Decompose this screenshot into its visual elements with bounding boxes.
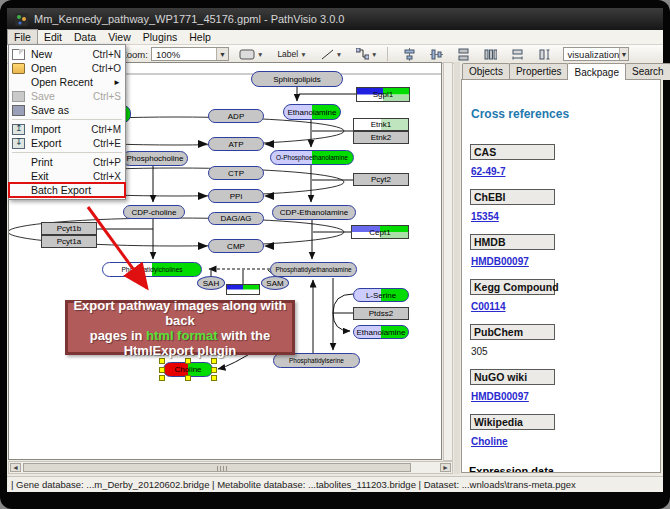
pathway-node-l-serine[interactable]: L-Serine xyxy=(353,288,409,302)
canvas-horizontal-scrollbar[interactable]: ◄ ► xyxy=(8,461,453,474)
chevron-down-icon[interactable]: ▼ xyxy=(216,48,228,60)
zoom-combobox[interactable]: 100% ▼ xyxy=(151,47,229,61)
menu-icon-spacer xyxy=(12,157,25,168)
pathway-node-cdp-choline[interactable]: CDP-choline xyxy=(123,205,185,219)
selection-handle[interactable] xyxy=(159,358,165,364)
visualization-value: visualization xyxy=(568,49,620,60)
pathway-node-pemt[interactable] xyxy=(226,284,260,295)
pathway-node-phosphatidylcholines[interactable]: Phosphatidylcholines xyxy=(102,262,202,277)
menu-edit[interactable]: Edit xyxy=(38,30,68,44)
pathway-node-phosphocholine[interactable]: Phosphocholine xyxy=(122,151,188,166)
save-icon xyxy=(12,105,25,116)
pathway-node-sgpl1[interactable]: Sgpl1 xyxy=(356,87,410,102)
pathway-node-phosphatidylethanolamine[interactable]: Phosphatidylethanolamine xyxy=(270,262,357,277)
menu-item-label: Print xyxy=(31,156,93,168)
tab-objects[interactable]: Objects xyxy=(462,63,510,80)
file-menu-item-save[interactable]: SaveCtrl+S xyxy=(9,89,125,103)
file-menu-item-new[interactable]: NewCtrl+N xyxy=(9,47,125,61)
menu-item-label: Batch Export xyxy=(31,184,121,196)
connector-tool-button[interactable]: ▼ xyxy=(352,47,381,62)
pathway-node-atp[interactable]: ATP xyxy=(208,137,264,151)
pathway-node-phosphatidylserine[interactable]: Phosphatidylserine xyxy=(273,353,360,368)
pathway-node-ethanolamine-top[interactable]: Ethanolamine xyxy=(283,104,341,120)
file-menu-item-exit[interactable]: ExitCtrl+X xyxy=(9,169,125,183)
align-center-x-button[interactable] xyxy=(399,47,420,62)
menu-item-shortcut: Ctrl+X xyxy=(93,171,121,182)
selection-handle[interactable] xyxy=(185,375,191,381)
xref-value-chebi: 15354 xyxy=(471,211,499,222)
xref-link-cas[interactable]: 62-49-7 xyxy=(471,166,505,177)
screenshot-frame: Mm_Kennedy_pathway_WP1771_45176.gpml - P… xyxy=(0,0,670,509)
xref-link-chebi[interactable]: 15354 xyxy=(471,211,499,222)
file-menu-item-import[interactable]: ImportCtrl+M xyxy=(9,122,125,136)
pathway-node-pcyt1a[interactable]: Pcyt1a xyxy=(41,235,97,248)
xref-link-kegg-compound[interactable]: C00114 xyxy=(471,301,505,312)
file-menu-item-open-recent[interactable]: Open Recent► xyxy=(9,75,125,89)
pathway-node-sphingolipids[interactable]: Sphingolipids xyxy=(251,71,343,87)
scrollbar-thumb[interactable] xyxy=(23,463,411,472)
common-width-button[interactable] xyxy=(507,47,528,62)
scroll-right-icon[interactable]: ► xyxy=(440,463,451,472)
visualization-combobox[interactable]: visualization ▼ xyxy=(563,47,629,61)
stack-horizontal-button[interactable] xyxy=(480,47,501,62)
tab-properties[interactable]: Properties xyxy=(509,63,569,80)
menu-item-label: Open xyxy=(31,62,92,74)
pathway-node-cdp-ethanolamine[interactable]: CDP-Ethanolamine xyxy=(272,205,356,220)
file-menu-item-save-as[interactable]: Save as xyxy=(9,103,125,117)
save-icon xyxy=(12,91,25,102)
chevron-down-icon[interactable]: ▼ xyxy=(619,48,627,60)
title-bar: Mm_Kennedy_pathway_WP1771_45176.gpml - P… xyxy=(7,8,663,30)
pathway-node-sah[interactable]: SAH xyxy=(197,276,225,290)
xref-header-pubchem: PubChem xyxy=(470,324,555,340)
label-tool-button[interactable]: Label ▼ xyxy=(273,47,310,62)
pathway-node-pcyt2[interactable]: Pcyt2 xyxy=(353,173,409,186)
line-icon xyxy=(321,49,334,60)
common-width-icon xyxy=(511,48,524,61)
pathway-node-ptdss2[interactable]: Ptdss2 xyxy=(353,307,409,320)
menu-file[interactable]: File xyxy=(7,29,38,45)
canvas-vertical-scrollbar[interactable] xyxy=(443,62,453,461)
pathway-node-dag-ag[interactable]: DAG/AG xyxy=(208,212,264,225)
pathway-node-pcyt1b[interactable]: Pcyt1b xyxy=(41,222,97,235)
menu-help[interactable]: Help xyxy=(183,30,217,44)
selection-handle[interactable] xyxy=(185,358,191,364)
pathway-node-cept1[interactable]: Cept1 xyxy=(351,225,409,239)
selection-handle[interactable] xyxy=(211,375,217,381)
menu-plugins[interactable]: Plugins xyxy=(137,30,183,44)
pathway-node-etnk1[interactable]: Etnk1 xyxy=(353,118,409,131)
selection-handle[interactable] xyxy=(211,367,217,373)
line-tool-button[interactable]: ▼ xyxy=(317,47,346,62)
tab-search[interactable]: Search xyxy=(625,63,670,80)
pathway-node-ctp[interactable]: CTP xyxy=(208,166,264,180)
menu-data[interactable]: Data xyxy=(68,30,102,44)
selection-handle[interactable] xyxy=(211,358,217,364)
menu-item-shortcut: Ctrl+N xyxy=(92,49,121,60)
selection-handle[interactable] xyxy=(159,375,165,381)
pathway-node-cmp[interactable]: CMP xyxy=(208,239,264,253)
xref-link-hmdb[interactable]: HMDB00097 xyxy=(471,256,529,267)
pathway-node-adp[interactable]: ADP xyxy=(208,109,264,123)
xref-link-wikipedia[interactable]: Choline xyxy=(471,436,508,447)
pathway-node-sam[interactable]: SAM xyxy=(261,276,289,290)
file-menu-item-print[interactable]: PrintCtrl+P xyxy=(9,155,125,169)
status-text: | Gene database: ...m_Derby_20120602.bri… xyxy=(11,479,576,490)
selection-handle[interactable] xyxy=(159,367,165,373)
file-menu-item-batch-export[interactable]: Batch Export xyxy=(9,183,125,197)
align-center-y-button[interactable] xyxy=(426,47,447,62)
file-menu-item-export[interactable]: ExportCtrl+E xyxy=(9,136,125,150)
pathway-node-ppi[interactable]: PPi xyxy=(208,189,264,203)
xref-value-pubchem: 305 xyxy=(471,346,488,357)
xref-link-nugo-wiki[interactable]: HMDB00097 xyxy=(471,391,529,402)
stack-vertical-button[interactable] xyxy=(453,47,474,62)
tab-backpage[interactable]: Backpage xyxy=(567,63,625,80)
pathway-node-o-phosphoethanolamine[interactable]: O-Phosphoethanolamine xyxy=(270,150,354,165)
menu-item-shortcut: Ctrl+E xyxy=(93,138,121,149)
zoom-value: 100% xyxy=(156,49,180,60)
menu-view[interactable]: View xyxy=(102,30,137,44)
datanode-tool-button[interactable]: ▼ xyxy=(235,47,267,62)
pathway-node-ethanolamine-bottom[interactable]: Ethanolamine xyxy=(353,325,409,339)
file-menu-item-open[interactable]: OpenCtrl+O xyxy=(9,61,125,75)
pathway-node-etnk2[interactable]: Etnk2 xyxy=(353,131,409,144)
scroll-left-icon[interactable]: ◄ xyxy=(10,463,21,472)
common-height-button[interactable] xyxy=(534,47,555,62)
